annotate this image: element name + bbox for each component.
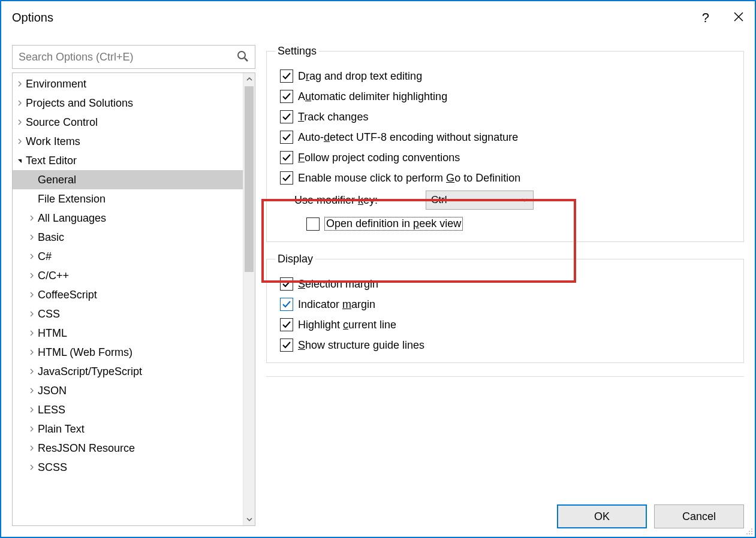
arrow-closed-icon[interactable] xyxy=(27,215,37,221)
close-button[interactable] xyxy=(733,11,744,24)
tree-item-c-c-[interactable]: C/C++ xyxy=(13,266,243,285)
tree-item-html-web-forms-[interactable]: HTML (Web Forms) xyxy=(13,343,243,362)
tree-item-label: HTML xyxy=(38,327,67,340)
cancel-button[interactable]: Cancel xyxy=(654,504,744,528)
tree-item-html[interactable]: HTML xyxy=(13,324,243,343)
checkbox-drag-drop[interactable]: Drag and drop text editing xyxy=(280,69,735,83)
search-icon xyxy=(237,50,249,64)
modifier-key-label: Use modifier key: xyxy=(294,194,378,207)
checkbox-icon[interactable] xyxy=(280,318,293,331)
modifier-key-row: Use modifier key: Ctrl xyxy=(294,191,735,210)
tree-item-c-[interactable]: C# xyxy=(13,247,243,266)
checkbox-icon[interactable] xyxy=(280,171,293,185)
tree-item-environment[interactable]: Environment xyxy=(13,74,243,93)
arrow-closed-icon[interactable] xyxy=(27,445,37,451)
help-button[interactable]: ? xyxy=(702,10,709,26)
scroll-thumb[interactable] xyxy=(245,86,254,272)
tree-item-general[interactable]: General xyxy=(13,170,243,189)
tree-item-label: Projects and Solutions xyxy=(26,97,133,110)
dialog-buttons: OK Cancel xyxy=(557,504,744,528)
checkbox-selection-margin[interactable]: Selection margin xyxy=(280,277,735,291)
tree-item-label: C# xyxy=(38,250,52,263)
scroll-up-icon[interactable] xyxy=(243,73,255,85)
arrow-closed-icon[interactable] xyxy=(27,311,37,317)
checkbox-peek-view[interactable]: Open definition in peek view xyxy=(306,217,735,231)
checkbox-icon[interactable] xyxy=(280,90,293,103)
checkbox-icon[interactable] xyxy=(280,69,293,83)
tree-item-all-languages[interactable]: All Languages xyxy=(13,208,243,228)
tree-item-label: HTML (Web Forms) xyxy=(38,346,132,359)
tree-item-scss[interactable]: SCSS xyxy=(13,458,243,477)
tree-item-less[interactable]: LESS xyxy=(13,400,243,419)
arrow-closed-icon[interactable] xyxy=(27,426,37,432)
tree-item-css[interactable]: CSS xyxy=(13,304,243,324)
titlebar: Options ? xyxy=(1,1,755,34)
checkbox-icon[interactable] xyxy=(280,277,293,291)
arrow-closed-icon[interactable] xyxy=(27,388,37,394)
tree-item-work-items[interactable]: Work Items xyxy=(13,132,243,151)
arrow-closed-icon[interactable] xyxy=(27,464,37,470)
arrow-closed-icon[interactable] xyxy=(27,330,37,336)
tree-item-label: C/C++ xyxy=(38,270,69,282)
tree-item-coffeescript[interactable]: CoffeeScript xyxy=(13,285,243,304)
arrow-closed-icon[interactable] xyxy=(27,407,37,413)
chevron-down-icon xyxy=(521,194,528,207)
left-pane: EnvironmentProjects and SolutionsSource … xyxy=(12,45,255,526)
scrollbar[interactable] xyxy=(243,73,255,525)
arrow-closed-icon[interactable] xyxy=(15,138,25,144)
checkbox-goto-definition[interactable]: Enable mouse click to perform Go to Defi… xyxy=(280,171,735,185)
tree-item-source-control[interactable]: Source Control xyxy=(13,113,243,132)
checkbox-icon[interactable] xyxy=(280,131,293,144)
tree-item-projects-and-solutions[interactable]: Projects and Solutions xyxy=(13,93,243,113)
checkbox-icon[interactable] xyxy=(280,110,293,123)
scroll-down-icon[interactable] xyxy=(243,513,255,525)
arrow-open-icon[interactable] xyxy=(15,158,25,164)
checkbox-utf8-detect[interactable]: Auto-detect UTF-8 encoding without signa… xyxy=(280,131,735,144)
checkbox-icon[interactable] xyxy=(306,217,320,231)
checkbox-structure-guides[interactable]: Show structure guide lines xyxy=(280,338,735,352)
arrow-closed-icon[interactable] xyxy=(15,81,25,87)
tree-item-label: File Extension xyxy=(38,193,106,205)
tree-item-label: SCSS xyxy=(38,461,67,474)
tree-item-label: CSS xyxy=(38,308,60,321)
checkbox-track-changes[interactable]: Track changes xyxy=(280,110,735,123)
search-input[interactable] xyxy=(19,51,237,64)
checkbox-icon[interactable] xyxy=(280,338,293,352)
checkbox-indicator-margin[interactable]: Indicator margin xyxy=(280,298,735,311)
tree-item-label: JavaScript/TypeScript xyxy=(38,365,142,378)
options-tree[interactable]: EnvironmentProjects and SolutionsSource … xyxy=(13,73,243,525)
tree-item-javascript-typescript[interactable]: JavaScript/TypeScript xyxy=(13,362,243,381)
tree-item-label: Basic xyxy=(38,231,64,244)
checkbox-auto-delimiter[interactable]: Automatic delimiter highlighting xyxy=(280,90,735,103)
arrow-closed-icon[interactable] xyxy=(27,253,37,259)
options-dialog: Options ? EnvironmentProjects and Soluti… xyxy=(0,0,756,538)
arrow-closed-icon[interactable] xyxy=(27,349,37,355)
tree-item-label: Work Items xyxy=(26,135,80,148)
arrow-closed-icon[interactable] xyxy=(27,273,37,279)
arrow-closed-icon[interactable] xyxy=(27,234,37,240)
tree-item-label: All Languages xyxy=(38,212,106,225)
tree-item-label: Environment xyxy=(26,78,86,90)
focused-label: Open definition in peek view xyxy=(324,217,463,231)
checkbox-highlight-line[interactable]: Highlight current line xyxy=(280,318,735,331)
display-group: Display Selection margin Indicator margi… xyxy=(266,253,744,363)
arrow-closed-icon[interactable] xyxy=(27,292,37,298)
arrow-closed-icon[interactable] xyxy=(15,119,25,125)
ok-button[interactable]: OK xyxy=(557,504,647,528)
tree-item-label: ResJSON Resource xyxy=(38,442,135,455)
tree-item-text-editor[interactable]: Text Editor xyxy=(13,151,243,170)
tree-item-basic[interactable]: Basic xyxy=(13,228,243,247)
checkbox-follow-conventions[interactable]: Follow project coding conventions xyxy=(280,151,735,164)
tree-item-plain-text[interactable]: Plain Text xyxy=(13,419,243,439)
modifier-key-combo[interactable]: Ctrl xyxy=(426,191,534,210)
checkbox-icon[interactable] xyxy=(280,298,293,311)
settings-group: Settings Drag and drop text editing Auto… xyxy=(266,45,744,242)
svg-point-0 xyxy=(238,52,245,59)
tree-item-json[interactable]: JSON xyxy=(13,381,243,400)
tree-item-file-extension[interactable]: File Extension xyxy=(13,189,243,208)
checkbox-icon[interactable] xyxy=(280,151,293,164)
search-box[interactable] xyxy=(12,45,255,69)
arrow-closed-icon[interactable] xyxy=(15,100,25,106)
tree-item-resjson-resource[interactable]: ResJSON Resource xyxy=(13,439,243,458)
arrow-closed-icon[interactable] xyxy=(27,368,37,374)
